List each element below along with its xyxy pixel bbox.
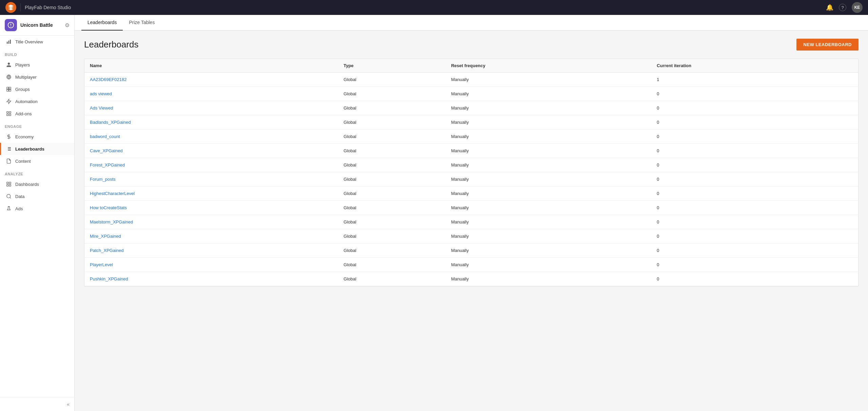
svg-rect-9 (7, 112, 8, 113)
sidebar-item-dashboards[interactable]: Dashboards (0, 178, 74, 190)
sidebar-section-analyze: ANALYZE (0, 167, 74, 178)
cell-current-iteration: 0 (651, 130, 858, 144)
top-nav: PlayFab Demo Studio 🔔 ? KE (0, 0, 868, 15)
search-icon (6, 193, 12, 199)
cell-type: Global (338, 229, 446, 243)
cell-reset-frequency: Manually (446, 187, 651, 201)
tab-leaderboards[interactable]: Leaderboards (81, 15, 123, 31)
cell-reset-frequency: Manually (446, 87, 651, 101)
cell-name[interactable]: Patch_XPGained (84, 243, 338, 258)
col-type: Type (338, 59, 446, 73)
cell-name[interactable]: Cave_XPGained (84, 144, 338, 158)
cell-name[interactable]: Ads Viewed (84, 101, 338, 115)
bar-chart-icon (6, 39, 12, 45)
game-name: Unicorn Battle (20, 22, 61, 28)
cell-reset-frequency: Manually (446, 172, 651, 187)
game-header: Unicorn Battle ⚙ (0, 15, 74, 36)
table-row: badword_countGlobalManually0 (84, 130, 858, 144)
sidebar: Unicorn Battle ⚙ Title Overview BUILD Pl… (0, 15, 75, 411)
svg-rect-20 (7, 182, 8, 184)
cell-name[interactable]: badword_count (84, 130, 338, 144)
svg-rect-11 (7, 114, 8, 116)
svg-rect-0 (7, 42, 8, 44)
cell-reset-frequency: Manually (446, 158, 651, 172)
bell-icon[interactable]: 🔔 (826, 4, 833, 11)
cell-reset-frequency: Manually (446, 115, 651, 130)
sidebar-label-players: Players (15, 62, 30, 67)
leaderboards-table-wrapper: Name Type Reset frequency Current iterat… (84, 59, 859, 287)
sidebar-item-content[interactable]: Content (0, 155, 74, 167)
sidebar-label-automation: Automation (15, 99, 38, 104)
leaderboards-table: Name Type Reset frequency Current iterat… (84, 59, 858, 286)
main-layout: Unicorn Battle ⚙ Title Overview BUILD Pl… (0, 15, 868, 411)
cell-name[interactable]: Forum_posts (84, 172, 338, 187)
cell-name[interactable]: AA23D69EF02182 (84, 73, 338, 87)
sidebar-label-leaderboards: Leaderboards (15, 146, 44, 152)
nav-divider (20, 3, 21, 12)
table-row: Patch_XPGainedGlobalManually0 (84, 243, 858, 258)
svg-rect-2 (10, 40, 11, 44)
sidebar-item-leaderboards[interactable]: Leaderboards (0, 143, 74, 155)
svg-rect-7 (9, 90, 11, 91)
cell-name[interactable]: How toCreateStats (84, 201, 338, 215)
sidebar-label-content: Content (15, 159, 31, 164)
table-row: Mire_XPGainedGlobalManually0 (84, 229, 858, 243)
new-leaderboard-button[interactable]: NEW LEADERBOARD (796, 39, 859, 51)
col-current-iter: Current iteration (651, 59, 858, 73)
sidebar-item-addons[interactable]: Add-ons (0, 107, 74, 120)
sidebar-item-data[interactable]: Data (0, 190, 74, 202)
sidebar-item-multiplayer[interactable]: Multiplayer (0, 71, 74, 83)
table-row: Pushkin_XPGainedGlobalManually0 (84, 272, 858, 286)
content-area: Leaderboards Prize Tables Leaderboards N… (75, 15, 868, 411)
table-row: Cave_XPGainedGlobalManually0 (84, 144, 858, 158)
tab-prize-tables[interactable]: Prize Tables (123, 15, 161, 31)
page-header: Leaderboards NEW LEADERBOARD (84, 39, 859, 51)
svg-rect-23 (9, 184, 11, 186)
playfab-logo[interactable] (5, 2, 16, 13)
cell-current-iteration: 0 (651, 229, 858, 243)
cell-reset-frequency: Manually (446, 229, 651, 243)
table-row: Maelstorm_XPGainedGlobalManually0 (84, 215, 858, 229)
cell-name[interactable]: PlayerLevel (84, 258, 338, 272)
svg-rect-4 (7, 87, 8, 89)
cell-reset-frequency: Manually (446, 130, 651, 144)
cell-current-iteration: 0 (651, 215, 858, 229)
sidebar-section-engage: ENGAGE (0, 120, 74, 131)
cell-reset-frequency: Manually (446, 73, 651, 87)
cell-name[interactable]: Mire_XPGained (84, 229, 338, 243)
sidebar-item-automation[interactable]: Automation (0, 95, 74, 107)
cell-current-iteration: 0 (651, 101, 858, 115)
table-row: Forest_XPGainedGlobalManually0 (84, 158, 858, 172)
cell-name[interactable]: Maelstorm_XPGained (84, 215, 338, 229)
sidebar-item-economy[interactable]: Economy (0, 131, 74, 143)
cell-type: Global (338, 130, 446, 144)
sidebar-item-ads[interactable]: Ads (0, 202, 74, 215)
sidebar-label-groups: Groups (15, 87, 30, 92)
sidebar-item-title-overview[interactable]: Title Overview (0, 36, 74, 48)
settings-icon[interactable]: ⚙ (65, 22, 70, 28)
sidebar-item-players[interactable]: Players (0, 59, 74, 71)
cell-type: Global (338, 201, 446, 215)
flask-icon (6, 206, 12, 212)
sidebar-item-groups[interactable]: Groups (0, 83, 74, 95)
help-icon[interactable]: ? (839, 4, 846, 11)
table-header: Name Type Reset frequency Current iterat… (84, 59, 858, 73)
table-row: ads viewedGlobalManually0 (84, 87, 858, 101)
file-icon (6, 158, 12, 164)
collapse-button[interactable]: « (67, 402, 70, 407)
user-avatar[interactable]: KE (852, 2, 863, 13)
cell-current-iteration: 0 (651, 172, 858, 187)
svg-rect-5 (9, 87, 11, 89)
table-row: HighestCharacterLevelGlobalManually0 (84, 187, 858, 201)
cell-name[interactable]: Forest_XPGained (84, 158, 338, 172)
cell-type: Global (338, 215, 446, 229)
cell-name[interactable]: ads viewed (84, 87, 338, 101)
cell-type: Global (338, 272, 446, 286)
cell-type: Global (338, 172, 446, 187)
cell-current-iteration: 0 (651, 115, 858, 130)
cell-type: Global (338, 73, 446, 87)
cell-name[interactable]: Badlands_XPGained (84, 115, 338, 130)
cell-name[interactable]: Pushkin_XPGained (84, 272, 338, 286)
page-content: Leaderboards NEW LEADERBOARD Name Type R… (75, 31, 868, 411)
cell-name[interactable]: HighestCharacterLevel (84, 187, 338, 201)
